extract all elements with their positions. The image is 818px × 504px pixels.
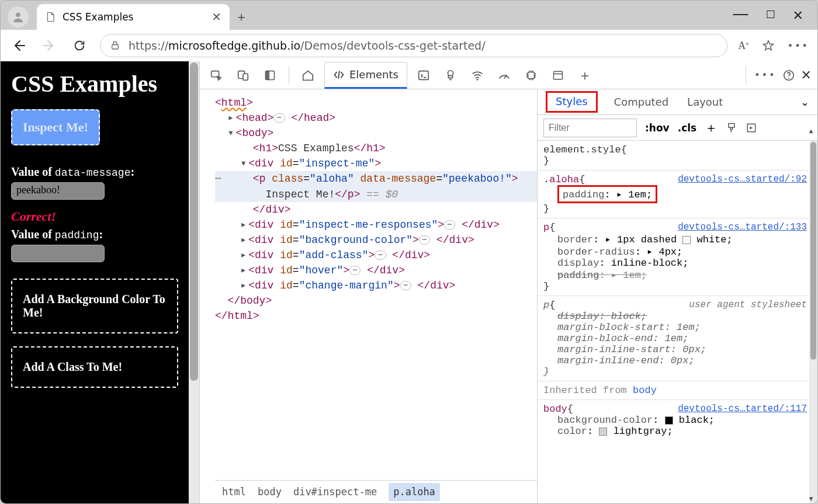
back-button[interactable]	[9, 36, 29, 55]
styles-panel: Styles Computed Layout ⌄ :hov .cls ＋ ele…	[537, 89, 817, 503]
svg-rect-10	[528, 72, 534, 78]
svg-point-0	[16, 12, 20, 17]
application-icon[interactable]	[547, 65, 569, 86]
url-text: https://microsoftedge.github.io/Demos/de…	[129, 39, 486, 52]
svg-rect-4	[243, 74, 248, 80]
arrow-left-icon	[12, 39, 26, 53]
svg-rect-1	[112, 45, 119, 50]
tab-elements[interactable]: Elements	[324, 62, 407, 89]
address-bar[interactable]: https://microsoftedge.github.io/Demos/de…	[100, 34, 727, 57]
data-message-label: Value of data-message:	[11, 165, 178, 179]
page-icon	[45, 12, 56, 22]
padding-highlight: padding: ▸ 1em;	[557, 185, 657, 203]
breadcrumb[interactable]: html body div#inspect-me p.aloha	[215, 480, 537, 503]
profile-button[interactable]	[8, 6, 29, 27]
inherited-from: Inherited from body	[538, 381, 817, 400]
cls-toggle[interactable]: .cls	[678, 122, 696, 134]
more-tabs-icon[interactable]: ＋	[574, 65, 595, 86]
data-message-input[interactable]: peekaboo!	[11, 182, 105, 200]
svg-rect-6	[266, 71, 270, 79]
styles-toolbar: :hov .cls ＋	[538, 115, 817, 141]
device-toggle-icon[interactable]	[233, 65, 254, 86]
page-preview: CSS Examples Inspect Me! Value of data-m…	[1, 61, 189, 503]
more-icon[interactable]: •••	[788, 40, 809, 51]
new-tab-button[interactable]: ＋	[230, 5, 253, 29]
selected-element-line[interactable]: ⋯ <p class="aloha" data-message="peekabo…	[215, 171, 537, 186]
inspect-me-box[interactable]: Inspect Me!	[11, 109, 100, 145]
devtools-close-icon[interactable]: ✕	[801, 68, 812, 82]
window-controls: ― ☐ ✕	[733, 8, 810, 26]
rules-list[interactable]: element.style { } .aloha {devtools-cs…st…	[538, 141, 817, 440]
styles-filter-input[interactable]	[543, 119, 637, 137]
paint-icon[interactable]	[726, 122, 737, 134]
performance-icon[interactable]	[494, 65, 515, 86]
reload-icon	[73, 39, 86, 52]
tab-layout[interactable]: Layout	[685, 92, 725, 112]
padding-input[interactable]	[11, 245, 105, 262]
devtools-more-icon[interactable]: •••	[754, 69, 776, 81]
styles-scrollbar[interactable]: ▴▾	[809, 141, 817, 503]
maximize-icon[interactable]: ☐	[765, 8, 775, 26]
dock-icon[interactable]	[259, 65, 280, 86]
workarea: CSS Examples Inspect Me! Value of data-m…	[1, 61, 817, 503]
navbar: https://microsoftedge.github.io/Demos/de…	[1, 30, 817, 61]
page-heading: CSS Examples	[11, 71, 178, 98]
read-aloud-icon[interactable]: A»	[738, 39, 749, 52]
welcome-icon[interactable]	[297, 65, 318, 86]
tab-title: CSS Examples	[63, 11, 133, 23]
hov-toggle[interactable]: :hov	[645, 122, 670, 134]
tab-computed[interactable]: Computed	[612, 92, 671, 112]
network-icon[interactable]	[467, 65, 488, 86]
devtools-toolbar: Elements ＋ ••• ✕	[200, 61, 817, 89]
tab-styles[interactable]: Styles	[553, 92, 590, 111]
reload-button[interactable]	[70, 36, 89, 55]
svg-rect-11	[553, 71, 562, 79]
svg-point-13	[788, 77, 789, 78]
sources-icon[interactable]	[440, 65, 461, 86]
svg-point-8	[448, 70, 453, 75]
devtools: Elements ＋ ••• ✕ <html> ▸<head>⋯ </head>…	[199, 61, 817, 503]
crumb-p-aloha[interactable]: p.aloha	[389, 483, 440, 501]
arrow-right-icon	[42, 39, 56, 53]
chevron-down-icon[interactable]: ⌄	[800, 96, 809, 108]
minimize-icon[interactable]: ―	[733, 5, 748, 22]
console-icon[interactable]	[413, 65, 434, 86]
forward-button	[39, 36, 59, 55]
crumb-div[interactable]: div#inspect-me	[293, 485, 377, 499]
styles-tab-highlight: Styles	[546, 91, 598, 113]
correct-label: Correct!	[11, 209, 178, 224]
svg-point-9	[477, 78, 479, 80]
new-rule-icon[interactable]: ＋	[705, 119, 718, 137]
lock-icon	[110, 40, 120, 51]
source-link[interactable]: devtools-cs…tarted/:117	[678, 404, 807, 415]
source-link[interactable]: devtools-cs…tarted/:133	[678, 222, 807, 233]
inspect-element-icon[interactable]	[206, 65, 227, 86]
help-icon[interactable]	[782, 69, 795, 82]
memory-icon[interactable]	[521, 65, 542, 86]
crumb-body[interactable]: body	[258, 485, 282, 499]
source-link[interactable]: devtools-cs…started/:92	[678, 174, 807, 185]
svg-rect-2	[212, 71, 219, 77]
preview-scrollbar[interactable]	[189, 61, 199, 503]
computed-panel-icon[interactable]	[746, 122, 757, 134]
tab-close-icon[interactable]: ✕	[212, 10, 221, 24]
bg-color-box[interactable]: Add A Background Color To Me!	[11, 279, 178, 333]
svg-rect-14	[729, 123, 734, 127]
add-class-box[interactable]: Add A Class To Me!	[11, 346, 178, 388]
styles-tabs: Styles Computed Layout ⌄	[538, 89, 817, 115]
code-icon	[333, 69, 345, 81]
browser-tab[interactable]: CSS Examples ✕	[37, 4, 230, 30]
crumb-html[interactable]: html	[222, 485, 246, 499]
elements-panel[interactable]: <html> ▸<head>⋯ </head> ▾<body> <h1>CSS …	[200, 89, 537, 503]
padding-label: Value of padding:	[11, 228, 178, 241]
close-window-icon[interactable]: ✕	[793, 8, 803, 26]
svg-rect-7	[419, 71, 429, 79]
person-icon	[12, 11, 25, 23]
favorite-icon[interactable]	[762, 39, 775, 52]
titlebar: CSS Examples ✕ ＋ ― ☐ ✕	[1, 1, 817, 30]
